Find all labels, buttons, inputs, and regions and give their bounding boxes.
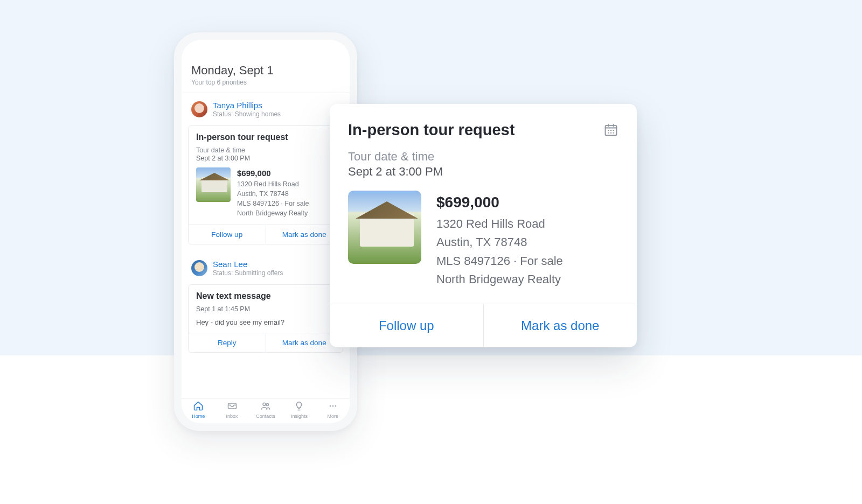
popup-mark-done-button[interactable]: Mark as done [483,304,637,347]
svg-point-5 [335,405,336,407]
popup-meta-label: Tour date & time [348,150,618,164]
reply-button[interactable]: Reply [189,333,266,352]
avatar [191,260,207,276]
popup-line: Austin, TX 78748 [436,233,563,251]
svg-point-2 [266,403,268,405]
nav-insights[interactable]: Insights [282,401,316,419]
header-date: Monday, Sept 1 [191,64,340,78]
contact-status: Status: Showing homes [213,110,281,118]
more-icon [328,401,338,412]
nav-label: Home [192,414,205,419]
contacts-icon [260,401,271,412]
screen-scroll[interactable]: Monday, Sept 1 Your top 6 priorities Tan… [182,40,350,398]
header-subtitle: Your top 6 priorities [191,79,340,86]
listing-line: MLS 8497126 · For sale [237,199,309,208]
popup-listing-info: $699,000 1320 Red Hills Road Austin, TX … [436,191,563,289]
svg-point-3 [329,405,331,407]
avatar [191,101,207,117]
contact-meta: Sean Lee Status: Submitting offers [213,260,283,277]
card-title: In-person tour request [196,132,335,142]
nav-contacts[interactable]: Contacts [249,401,282,419]
card-actions: Reply Mark as done [189,333,343,352]
popup-listing-thumbnail[interactable] [348,191,421,264]
inbox-icon [227,401,238,412]
popup-meta-value: Sept 2 at 3:00 PM [348,165,618,179]
nav-inbox[interactable]: Inbox [215,401,248,419]
popup-line: North Bridgeway Realty [436,270,563,289]
nav-home[interactable]: Home [182,401,215,419]
nav-more[interactable]: More [316,401,350,419]
header: Monday, Sept 1 Your top 6 priorities [182,40,350,93]
listing-thumbnail[interactable] [196,167,231,202]
listing-info: $699,000 1320 Red Hills Road Austin, TX … [237,167,309,218]
contact-status: Status: Submitting offers [213,269,283,277]
phone-screen: Monday, Sept 1 Your top 6 priorities Tan… [182,40,350,423]
card-meta-value: Sept 1 at 1:45 PM [196,305,335,313]
text-message-card[interactable]: New text message Sept 1 at 1:45 PM Hey -… [188,284,343,353]
home-icon [193,401,204,412]
message-body: Hey - did you see my email? [196,318,335,326]
nav-label: Insights [291,414,308,419]
popup-listing: $699,000 1320 Red Hills Road Austin, TX … [348,191,618,289]
popup-actions: Follow up Mark as done [330,304,637,347]
card-meta-label: Tour date & time [196,146,335,154]
listing-line: 1320 Red Hills Road [237,179,309,189]
nav-label: Contacts [256,414,275,419]
listing-line: North Bridgeway Realty [237,208,309,218]
nav-label: Inbox [226,414,238,419]
popup-line: MLS 8497126 · For sale [436,252,563,270]
popup-title: In-person tour request [348,121,515,139]
contact-row[interactable]: Sean Lee Status: Submitting offers [182,252,350,281]
popup-line: 1320 Red Hills Road [436,215,563,233]
nav-label: More [328,414,339,419]
listing-price: $699,000 [237,167,309,179]
contact-name[interactable]: Tanya Phillips [213,101,281,110]
card-meta-value: Sept 2 at 3:00 PM [196,155,335,162]
tour-request-popup: In-person tour request Tour date & time … [330,104,637,347]
listing: $699,000 1320 Red Hills Road Austin, TX … [196,167,335,218]
listing-line: Austin, TX 78748 [237,189,309,199]
popup-follow-up-button[interactable]: Follow up [330,304,483,347]
follow-up-button[interactable]: Follow up [189,225,266,244]
insights-icon [294,401,304,412]
contact-name[interactable]: Sean Lee [213,260,283,269]
calendar-icon[interactable] [603,122,618,137]
popup-price: $699,000 [436,191,563,214]
svg-point-4 [332,405,333,407]
tour-request-card[interactable]: In-person tour request Tour date & time … [188,125,343,244]
svg-rect-0 [228,403,236,409]
card-title: New text message [196,291,335,301]
card-actions: Follow up Mark as done [189,225,343,244]
svg-point-1 [263,403,266,405]
bottom-nav: Home Inbox Contacts [182,398,350,423]
contact-meta: Tanya Phillips Status: Showing homes [213,101,281,118]
contact-row[interactable]: Tanya Phillips Status: Showing homes [182,93,350,122]
